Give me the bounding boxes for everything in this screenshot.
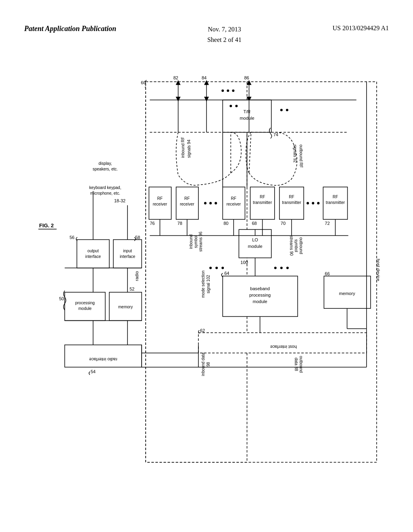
radio-label: radio [134, 271, 139, 281]
svg-point-22 [280, 109, 283, 111]
inbound-rf-signals: signals 94 [187, 139, 191, 158]
svg-rect-6 [146, 82, 247, 462]
outbound-symbol-l1: outbound [299, 237, 303, 254]
fig-label: FIG. 2 [39, 222, 54, 229]
num-56: 56 [69, 235, 74, 240]
num-78: 78 [177, 221, 182, 226]
svg-point-34 [317, 202, 319, 204]
num-64: 64 [224, 271, 229, 276]
patent-number: US 2013/0294429 A1 [332, 24, 389, 33]
output-interface-l1: output [88, 249, 99, 253]
num-70: 70 [281, 221, 286, 226]
host-device-label: host device [376, 259, 381, 281]
num-76: 76 [150, 221, 154, 226]
keyboard-l2: microphone, etc. [90, 191, 120, 195]
svg-point-37 [209, 267, 212, 269]
rf-receiver-76-l1: RF [157, 196, 163, 201]
baseband-l3: module [252, 299, 267, 304]
inbound-data-l2: 98 [206, 362, 211, 367]
tr-module-label2: module [240, 116, 254, 121]
baseband-l1: baseband [250, 286, 269, 291]
memory-52-label: memory [118, 305, 133, 309]
svg-point-15 [232, 89, 234, 92]
svg-point-32 [307, 202, 309, 204]
lo-module-l2: module [248, 244, 262, 249]
inbound-symbol-l1: inbound [189, 235, 193, 249]
rf-transmitter-72-l2: transmitter [326, 200, 345, 205]
svg-point-42 [286, 267, 289, 269]
page: Patent Application Publication Nov. 7, 2… [0, 0, 413, 532]
outbound-rf-label: outbound RF [299, 144, 303, 168]
num-54: 54 [91, 369, 96, 374]
svg-rect-47 [113, 240, 142, 268]
rf-transmitter-68-l2: transmitter [253, 200, 272, 205]
input-interface-l2: interface [120, 254, 136, 259]
num-80: 80 [223, 221, 228, 226]
patent-publication-label: Patent Application Publication [24, 24, 116, 33]
svg-rect-50 [65, 345, 142, 367]
rf-receiver-80-l1: RF [231, 196, 236, 201]
sheet-info: Sheet 2 of 41 [207, 36, 242, 43]
processing-module-l2: module [78, 306, 92, 311]
num-52: 52 [129, 287, 134, 291]
svg-point-39 [221, 267, 224, 269]
num-74: 74 [273, 132, 278, 137]
num-66: 66 [325, 271, 330, 276]
lo-module-l1: LO [252, 237, 258, 242]
num-68: 68 [252, 221, 257, 226]
num-84: 84 [202, 75, 206, 80]
inbound-symbol-l3: streams 96 [198, 231, 203, 251]
svg-rect-46 [77, 240, 109, 268]
display-speakers-l2: speakers, etc. [93, 167, 118, 171]
mode-selection-l2: signal 102 [206, 275, 211, 293]
publication-date: Nov. 7, 2013 [208, 26, 241, 33]
inbound-rf-label: inbound RF [181, 137, 185, 158]
rf-receiver-76-l2: receiver [153, 202, 167, 206]
num-100: 100 [240, 260, 248, 265]
num-58: 58 [135, 235, 140, 240]
svg-point-13 [221, 89, 224, 92]
mode-selection-l1: mode selection [201, 270, 205, 297]
svg-point-23 [286, 109, 288, 111]
num-86: 86 [244, 75, 249, 80]
diagram-area: text { font-family: Arial, sans-serif; f… [24, 64, 389, 500]
host-interface-label: host interface [270, 345, 297, 349]
rf-transmitter-70-l2: transmitter [282, 200, 301, 205]
inbound-data-l1: inbound data [201, 352, 205, 376]
svg-point-26 [204, 202, 206, 204]
outbound-symbol-l3: streams 90 [289, 236, 294, 256]
rf-transmitter-70-l1: RF [289, 195, 294, 199]
svg-point-21 [235, 105, 238, 107]
svg-point-27 [209, 202, 212, 204]
keyboard-l1: keyboard keypad, [89, 185, 121, 190]
rf-receiver-78-l2: receiver [180, 202, 194, 206]
patent-diagram: text { font-family: Arial, sans-serif; f… [24, 64, 389, 500]
num-50: 50 [59, 296, 64, 301]
radio-interface-label: radio interface [89, 357, 117, 362]
num-62: 62 [200, 328, 205, 333]
svg-point-33 [312, 202, 314, 204]
memory-66-label: memory [339, 291, 355, 296]
outbound-data-l1: outbound [299, 356, 303, 373]
tr-module-label: T/R [244, 109, 251, 114]
svg-point-40 [274, 267, 277, 269]
svg-point-38 [215, 267, 218, 269]
svg-point-41 [280, 267, 283, 269]
rf-transmitter-72-l1: RF [333, 195, 338, 199]
header: Patent Application Publication Nov. 7, 2… [24, 24, 389, 45]
svg-rect-45 [198, 333, 367, 353]
baseband-l2: processing [249, 293, 271, 297]
processing-module-l1: processing [75, 301, 95, 305]
num-72: 72 [325, 221, 330, 226]
rf-receiver-78-l1: RF [184, 196, 190, 201]
rf-transmitter-68-l1: RF [260, 195, 265, 199]
svg-point-14 [227, 89, 229, 92]
input-interface-l1: input [123, 249, 132, 253]
display-speakers-l1: display, [98, 161, 112, 166]
num-82: 82 [173, 75, 178, 80]
num-18-32: 18-32 [114, 198, 125, 203]
outbound-symbol-l2: symbol [294, 239, 298, 252]
svg-point-20 [229, 105, 232, 107]
header-center: Nov. 7, 2013 Sheet 2 of 41 [207, 24, 242, 45]
output-interface-l2: interface [86, 254, 101, 259]
